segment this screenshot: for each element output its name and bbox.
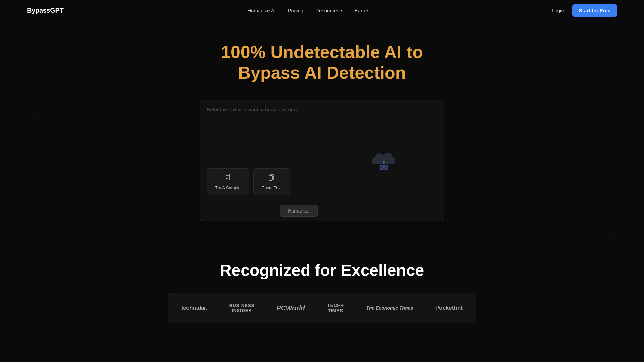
site-logo[interactable]: BypassGPT xyxy=(27,7,64,14)
recognized-title: Recognized for Excellence xyxy=(7,261,637,280)
editor-container: Try A Sample Paste Text xyxy=(200,100,444,221)
svg-rect-12 xyxy=(382,168,386,169)
robot-icon-container xyxy=(370,149,397,171)
svg-rect-5 xyxy=(269,176,272,180)
tech-times-logo: TECH+TIMES xyxy=(327,303,344,314)
editor-tools: Try A Sample Paste Text xyxy=(200,163,323,201)
pcworld-logo: PCWorld xyxy=(277,304,305,312)
nav-pricing[interactable]: Pricing xyxy=(288,8,303,13)
paste-text-icon xyxy=(268,173,276,183)
hero-section: 100% Undetectable AI to Bypass AI Detect… xyxy=(0,21,644,234)
nav-earn[interactable]: Earn ▾ xyxy=(355,8,368,13)
try-sample-button[interactable]: Try A Sample xyxy=(207,168,249,195)
nav-right: Login Start for Free xyxy=(552,4,617,17)
business-insider-logo: BUSINESSINSIDER xyxy=(229,303,254,313)
paste-text-button[interactable]: Paste Text xyxy=(253,168,290,195)
svg-point-14 xyxy=(383,161,385,163)
start-free-button[interactable]: Start for Free xyxy=(572,4,617,17)
navbar: BypassGPT Humanize AI Pricing Resources … xyxy=(0,0,644,21)
loading-robot-icon xyxy=(370,149,397,171)
svg-point-10 xyxy=(382,166,383,167)
resources-chevron-icon: ▾ xyxy=(341,9,342,12)
login-link[interactable]: Login xyxy=(552,8,564,13)
humanize-button[interactable]: Humanize xyxy=(280,205,318,217)
svg-point-11 xyxy=(386,166,387,167)
editor-bottom-bar: Humanize xyxy=(200,201,323,221)
pocketlint-logo: Pöcketlint xyxy=(435,305,463,311)
nav-humanize-ai[interactable]: Humanize AI xyxy=(247,8,276,13)
nav-links: Humanize AI Pricing Resources ▾ Earn ▾ xyxy=(247,8,368,13)
techradar-logo: techradar. xyxy=(181,305,207,311)
nav-resources[interactable]: Resources ▾ xyxy=(315,8,342,13)
recognized-section: Recognized for Excellence techradar. BUS… xyxy=(0,261,644,344)
editor-left-panel: Try A Sample Paste Text xyxy=(200,100,323,221)
editor-right-panel xyxy=(323,100,444,221)
svg-rect-7 xyxy=(380,165,388,170)
earn-chevron-icon: ▾ xyxy=(366,9,368,12)
hero-title: 100% Undetectable AI to Bypass AI Detect… xyxy=(188,42,456,83)
humanize-textarea[interactable] xyxy=(200,100,323,163)
try-sample-icon xyxy=(224,173,232,183)
logos-strip: techradar. BUSINESSINSIDER PCWorld TECH+… xyxy=(168,293,476,323)
economic-times-logo: The Economic Times xyxy=(366,305,413,311)
